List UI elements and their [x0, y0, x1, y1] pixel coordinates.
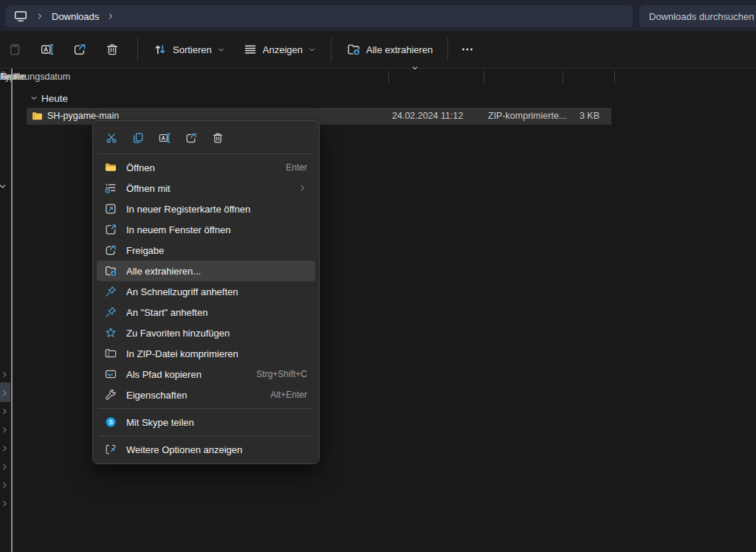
menu-item-open[interactable]: ÖffnenEnter [97, 157, 315, 178]
tree-expand-chevron-icon[interactable] [1, 481, 9, 489]
tree-expand-chevron-icon[interactable] [1, 500, 9, 508]
chevron-down-icon [308, 46, 316, 54]
star-icon [104, 326, 117, 339]
menu-item-share[interactable]: Freigabe [97, 240, 315, 261]
menu-item-share-with-skype[interactable]: SMit Skype teilen [97, 412, 315, 432]
file-name: SH-pygame-main [47, 111, 119, 121]
this-pc-icon[interactable] [13, 9, 28, 24]
more-options-icon [104, 443, 117, 456]
search-box[interactable]: Downloads durchsuchen [639, 5, 756, 27]
menu-item-label: Als Pfad kopieren [126, 369, 202, 380]
trash-icon [105, 42, 120, 57]
menu-item-label: An Schnellzugriff anheften [126, 286, 238, 297]
delete-button[interactable] [207, 128, 228, 149]
wrench-icon [104, 388, 117, 401]
new-tab-icon [104, 202, 117, 215]
tree-expand-chevron-icon[interactable] [1, 444, 9, 452]
menu-item-shortcut: Strg+Shift+C [256, 369, 307, 379]
see-more-button[interactable] [454, 37, 481, 62]
copy-icon [131, 131, 145, 145]
context-menu: ÖffnenEnterÖffnen mitIn neuer Registerka… [92, 120, 320, 464]
group-header-heute[interactable]: Heute [0, 90, 295, 106]
breadcrumb-chevron-icon[interactable] [106, 12, 115, 21]
menu-item-pin-to-start[interactable]: An "Start" anheften [97, 302, 315, 322]
view-icon [243, 42, 258, 57]
tree-expand-chevron-icon[interactable] [1, 389, 9, 397]
menu-separator [98, 408, 314, 409]
menu-separator [98, 153, 314, 154]
file-size: 3 KB [546, 111, 599, 121]
rename-button[interactable] [34, 37, 61, 62]
file-modified-date: 24.02.2024 11:12 [392, 111, 463, 121]
menu-item-open-in-new-window[interactable]: In neuem Fenster öffnen [97, 219, 315, 240]
copy-path-icon [104, 368, 117, 381]
menu-item-open-with[interactable]: Öffnen mit [97, 178, 315, 199]
menu-item-pin-to-quick-access[interactable]: An Schnellzugriff anheften [97, 281, 315, 302]
menu-item-properties[interactable]: EigenschaftenAlt+Enter [97, 384, 315, 405]
new-window-icon [104, 223, 117, 236]
sort-icon [153, 42, 168, 57]
submenu-chevron-icon [298, 184, 307, 193]
sort-button[interactable]: Sortieren [144, 37, 234, 62]
pin-icon [104, 285, 117, 298]
extract-label: Alle extrahieren [366, 44, 433, 55]
share-icon [185, 131, 198, 145]
menu-item-label: Mit Skype teilen [126, 417, 194, 428]
menu-item-extract-all[interactable]: Alle extrahieren... [97, 261, 315, 281]
menu-item-label: Öffnen [126, 162, 155, 173]
share-icon [72, 42, 87, 57]
menu-item-add-to-favorites[interactable]: Zu Favoriten hinzufügen [97, 322, 315, 343]
open-with-icon [104, 182, 117, 195]
share-button[interactable] [66, 37, 93, 62]
extract-icon [346, 42, 361, 57]
breadcrumb-chevron-icon[interactable] [35, 12, 44, 21]
skype-icon: S [104, 415, 117, 429]
folder-open-icon [104, 161, 117, 174]
sort-label: Sortieren [173, 44, 212, 55]
column-separator[interactable] [563, 71, 563, 83]
menu-item-copy-as-path[interactable]: Als Pfad kopierenStrg+Shift+C [97, 364, 315, 384]
group-collapse-icon[interactable] [30, 94, 38, 103]
tree-expand-chevron-icon[interactable] [1, 426, 9, 434]
context-menu-quick-actions [93, 124, 319, 151]
cut-button[interactable] [100, 128, 122, 149]
share-button[interactable] [180, 128, 202, 149]
tree-expand-chevron-icon[interactable] [1, 463, 9, 471]
copy-button[interactable] [127, 128, 148, 149]
menu-item-compress-to-zip[interactable]: In ZIP-Datei komprimieren [97, 343, 315, 364]
menu-item-label: Alle extrahieren... [126, 266, 201, 277]
view-button[interactable]: Anzeigen [234, 37, 325, 62]
toolbar-separator [331, 38, 331, 61]
toolbar-separator [447, 38, 448, 61]
tree-collapse-icon[interactable] [0, 182, 7, 191]
rename-button[interactable] [154, 128, 175, 149]
menu-separator [98, 435, 314, 436]
rename-icon [158, 131, 171, 145]
toolbar-separator [137, 38, 138, 61]
pane-splitter[interactable] [11, 69, 13, 552]
menu-item-label: Öffnen mit [126, 183, 171, 194]
menu-item-label: Zu Favoriten hinzufügen [126, 328, 230, 339]
menu-item-label: Eigenschaften [126, 390, 187, 401]
tree-expand-chevron-icon[interactable] [1, 370, 9, 379]
menu-item-label: In neuem Fenster öffnen [126, 224, 230, 235]
navigation-pane-edge [0, 0, 11, 552]
column-separator[interactable] [614, 71, 615, 83]
rename-icon [40, 42, 55, 57]
menu-item-show-more-options[interactable]: Weitere Optionen anzeigen [97, 439, 315, 460]
zip-file-icon [31, 110, 44, 123]
extract-all-button[interactable]: Alle extrahieren [337, 37, 441, 62]
svg-text:S: S [109, 418, 113, 426]
delete-button[interactable] [99, 37, 126, 62]
breadcrumb-downloads[interactable]: Downloads [52, 11, 99, 22]
menu-item-open-in-new-tab[interactable]: In neuer Registerkarte öffnen [97, 199, 315, 219]
menu-item-shortcut: Enter [286, 162, 307, 173]
tree-expand-chevron-icon[interactable] [1, 407, 9, 415]
trash-icon [211, 131, 224, 145]
address-bar[interactable]: Downloads [6, 5, 633, 27]
column-separator[interactable] [388, 71, 389, 83]
column-separator[interactable] [484, 71, 484, 83]
zip-folder-icon [104, 347, 117, 360]
file-explorer-window: Downloads Downloads durchsuchen Sortiere… [0, 0, 756, 552]
group-label: Heute [41, 93, 68, 104]
